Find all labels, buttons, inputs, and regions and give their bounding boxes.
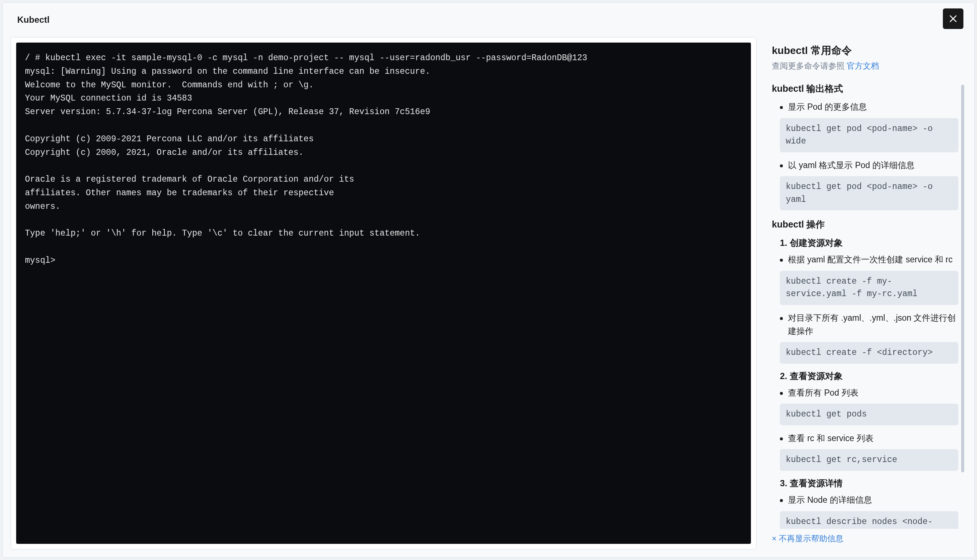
dismiss-help-link[interactable]: × 不再显示帮助信息 [772,534,844,543]
kubectl-modal: Kubectl / # kubectl exec -it sample-mysq… [2,2,975,558]
official-docs-link[interactable]: 官方文档 [847,61,879,70]
help-title: kubectl 常用命令 [772,44,958,58]
close-icon [949,14,958,23]
item-desc: 显示 Pod 的更多信息 [788,102,867,112]
item-desc: 显示 Node 的详细信息 [788,495,872,505]
group-heading: 1. 创建资源对象 [780,237,958,249]
code-block: kubectl create -f <directory> [780,342,958,364]
code-block: kubectl get pods [780,404,958,425]
terminal-panel: / # kubectl exec -it sample-mysql-0 -c m… [11,37,757,549]
list-item: 对目录下所有 .yaml、.yml、.json 文件进行创建操作 [780,312,958,338]
item-desc: 根据 yaml 配置文件一次性创建 service 和 rc [788,255,953,264]
list-item: 以 yaml 格式显示 Pod 的详细信息 [780,159,958,172]
ops-item-list: 根据 yaml 配置文件一次性创建 service 和 rc [772,253,958,267]
list-item: 显示 Node 的详细信息 [780,493,958,507]
group-heading: 2. 查看资源对象 [780,370,958,382]
help-footer: × 不再显示帮助信息 [764,529,966,549]
code-block: kubectl create -f my-service.yaml -f my-… [780,271,958,305]
help-subtitle-text: 查阅更多命令请参照 [772,61,847,70]
code-block: kubectl get rc,service [780,449,958,471]
item-desc: 查看所有 Pod 列表 [788,388,859,397]
section-ops-heading: kubectl 操作 [772,218,958,230]
list-item: 查看所有 Pod 列表 [780,387,958,400]
ops-item-list: 查看 rc 和 service 列表 [772,432,958,445]
item-desc: 对目录下所有 .yaml、.yml、.json 文件进行创建操作 [788,313,956,336]
item-desc: 以 yaml 格式显示 Pod 的详细信息 [788,160,915,170]
help-panel: kubectl 常用命令 查阅更多命令请参照 官方文档 kubectl 输出格式… [764,37,966,549]
code-block: kubectl describe nodes <node-name> [780,511,958,529]
item-desc: 查看 rc 和 service 列表 [788,433,874,443]
group-heading: 3. 查看资源详情 [780,477,958,489]
help-scroll[interactable]: kubectl 常用命令 查阅更多命令请参照 官方文档 kubectl 输出格式… [764,37,966,529]
section-output-heading: kubectl 输出格式 [772,83,958,95]
terminal[interactable]: / # kubectl exec -it sample-mysql-0 -c m… [16,43,751,544]
code-block: kubectl get pod <pod-name> -o yaml [780,176,958,210]
modal-header: Kubectl [3,3,974,37]
ops-item-list: 查看所有 Pod 列表 [772,387,958,400]
modal-title: Kubectl [17,15,50,25]
scrollbar-thumb[interactable] [961,85,964,472]
help-subtitle: 查阅更多命令请参照 官方文档 [772,60,958,72]
list-item: 查看 rc 和 service 列表 [780,432,958,445]
code-block: kubectl get pod <pod-name> -o wide [780,118,958,152]
scrollbar-track[interactable] [961,85,964,540]
output-item-list: 显示 Pod 的更多信息 [772,100,958,114]
ops-item-list: 显示 Node 的详细信息 [772,493,958,507]
ops-item-list: 对目录下所有 .yaml、.yml、.json 文件进行创建操作 [772,312,958,338]
close-button[interactable] [943,8,964,29]
list-item: 根据 yaml 配置文件一次性创建 service 和 rc [780,253,958,267]
list-item: 显示 Pod 的更多信息 [780,100,958,114]
modal-body: / # kubectl exec -it sample-mysql-0 -c m… [3,37,974,557]
output-item-list: 以 yaml 格式显示 Pod 的详细信息 [772,159,958,172]
